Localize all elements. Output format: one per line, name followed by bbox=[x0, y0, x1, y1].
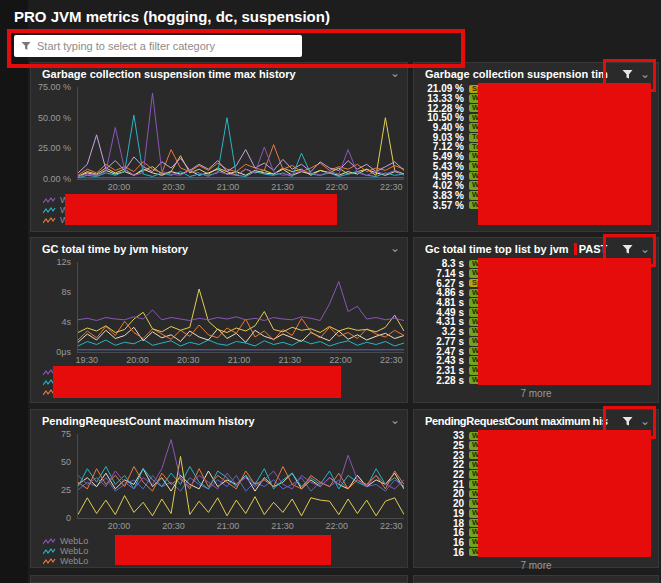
x-tick: 22:30 bbox=[380, 355, 403, 365]
tile-title: Garbage collection suspension time max h… bbox=[42, 68, 357, 80]
y-tick: 4s bbox=[61, 317, 71, 327]
x-axis: 19:3020:0020:3021:0021:3022:0022:30 bbox=[77, 355, 401, 366]
x-tick: 19:30 bbox=[75, 355, 98, 365]
chevron-down-icon[interactable]: ⌄ bbox=[390, 242, 400, 254]
tile-title: PendingRequestCount maximum history bbox=[42, 415, 357, 427]
x-tick: 20:30 bbox=[177, 355, 200, 365]
annotation-redaction bbox=[478, 258, 651, 385]
partial-tile bbox=[30, 575, 408, 583]
y-tick: 75 bbox=[61, 429, 71, 439]
funnel-icon bbox=[21, 41, 31, 51]
series-line-icon bbox=[43, 557, 56, 565]
series-line-icon bbox=[43, 547, 56, 555]
annotation-redaction bbox=[115, 535, 331, 565]
metric-value: 3.57 % bbox=[420, 200, 464, 211]
legend-label: WebLo bbox=[60, 546, 88, 556]
x-tick: 20:00 bbox=[108, 521, 131, 531]
x-axis: 20:0020:3021:0021:3022:0022:30 bbox=[77, 521, 401, 532]
annotation-redaction bbox=[53, 366, 341, 398]
tile-pending-request-history: PendingRequestCount maximum history ⌄ 75… bbox=[30, 409, 408, 568]
y-tick: 0 bbox=[66, 513, 71, 523]
legend-label: WebLo bbox=[60, 536, 88, 546]
x-tick: 21:30 bbox=[278, 355, 301, 365]
x-tick: 20:30 bbox=[162, 521, 185, 531]
x-tick: 21:00 bbox=[228, 355, 251, 365]
more-link[interactable]: 7 more bbox=[414, 560, 658, 571]
annotation-box-icons bbox=[603, 406, 656, 439]
left-margin-strip bbox=[0, 0, 28, 583]
y-tick: 12s bbox=[56, 257, 71, 267]
y-tick: 75.00 % bbox=[38, 82, 71, 92]
line-chart[interactable] bbox=[77, 262, 404, 353]
x-tick: 21:00 bbox=[217, 182, 240, 192]
x-tick: 21:00 bbox=[217, 521, 240, 531]
series-line-icon bbox=[43, 537, 56, 545]
tile-title: GC total time by jvm history bbox=[42, 243, 357, 255]
y-tick: 50.00 % bbox=[38, 113, 71, 123]
series-line-icon bbox=[43, 216, 56, 224]
chevron-down-icon[interactable]: ⌄ bbox=[390, 414, 400, 426]
y-tick: 8s bbox=[61, 287, 71, 297]
partial-tile bbox=[413, 575, 659, 583]
annotation-box-icons bbox=[603, 234, 656, 267]
y-tick: 0.00 % bbox=[43, 174, 71, 184]
y-axis: 7550250 bbox=[31, 434, 73, 518]
series-line-icon bbox=[43, 206, 56, 214]
annotation-box-icons bbox=[603, 59, 656, 92]
tile-title: Gc total time top list by jvm bbox=[425, 243, 569, 255]
annotation-redaction bbox=[65, 194, 337, 225]
tile-pending-request-toplist: PendingRequestCount maximum history PAST… bbox=[413, 409, 659, 568]
y-axis: 12s8s4s0μs bbox=[31, 262, 73, 352]
x-tick: 21:30 bbox=[271, 521, 294, 531]
annotation-redaction bbox=[478, 83, 651, 225]
x-tick: 22:00 bbox=[329, 355, 352, 365]
series-line-icon bbox=[43, 196, 56, 204]
legend-item[interactable]: WebLo bbox=[43, 546, 88, 556]
x-tick: 20:00 bbox=[126, 355, 149, 365]
x-tick: 22:00 bbox=[326, 521, 349, 531]
metric-value: 16 bbox=[420, 547, 464, 558]
tile-gc-total-time-history: GC total time by jvm history ⌄ 12s8s4s0μ… bbox=[30, 237, 408, 403]
tile-title: PendingRequestCount maximum history PAST… bbox=[425, 415, 608, 427]
page-title: PRO JVM metrics (hogging, dc, suspension… bbox=[14, 8, 330, 25]
metric-value: 2.28 s bbox=[420, 375, 464, 386]
tile-gc-total-time-toplist: Gc total time top list by jvm PAST 1min … bbox=[413, 237, 659, 403]
tile-gc-suspension-history: Garbage collection suspension time max h… bbox=[30, 62, 408, 232]
y-tick: 50 bbox=[61, 457, 71, 467]
line-chart[interactable] bbox=[77, 434, 404, 519]
legend-item[interactable]: WebLo bbox=[43, 556, 88, 566]
x-tick: 22:30 bbox=[380, 521, 403, 531]
x-axis: 20:0020:3021:0021:3022:0022:30 bbox=[77, 182, 401, 193]
chart-legend: WebLoWebLoWebLo bbox=[43, 536, 88, 566]
y-tick: 0μs bbox=[56, 347, 71, 357]
y-tick: 25 bbox=[61, 485, 71, 495]
more-link[interactable]: 7 more bbox=[414, 388, 658, 399]
tile-title: Garbage collection suspension time max t… bbox=[425, 68, 608, 80]
x-tick: 22:30 bbox=[380, 182, 403, 192]
x-tick: 21:30 bbox=[271, 182, 294, 192]
legend-item[interactable]: WebLo bbox=[43, 536, 88, 546]
x-tick: 20:30 bbox=[162, 182, 185, 192]
y-tick: 25.00 % bbox=[38, 143, 71, 153]
chevron-down-icon[interactable]: ⌄ bbox=[390, 67, 400, 79]
line-chart[interactable] bbox=[77, 87, 404, 180]
tile-gc-suspension-toplist: Garbage collection suspension time max t… bbox=[413, 62, 659, 232]
annotation-redaction bbox=[478, 430, 651, 557]
x-tick: 22:00 bbox=[326, 182, 349, 192]
legend-label: WebLo bbox=[60, 556, 88, 566]
x-tick: 20:00 bbox=[108, 182, 131, 192]
filter-placeholder: Start typing to select a filter category bbox=[37, 40, 215, 52]
filter-category-input[interactable]: Start typing to select a filter category bbox=[14, 35, 302, 57]
y-axis: 75.00 %50.00 %25.00 %0.00 % bbox=[31, 87, 73, 179]
